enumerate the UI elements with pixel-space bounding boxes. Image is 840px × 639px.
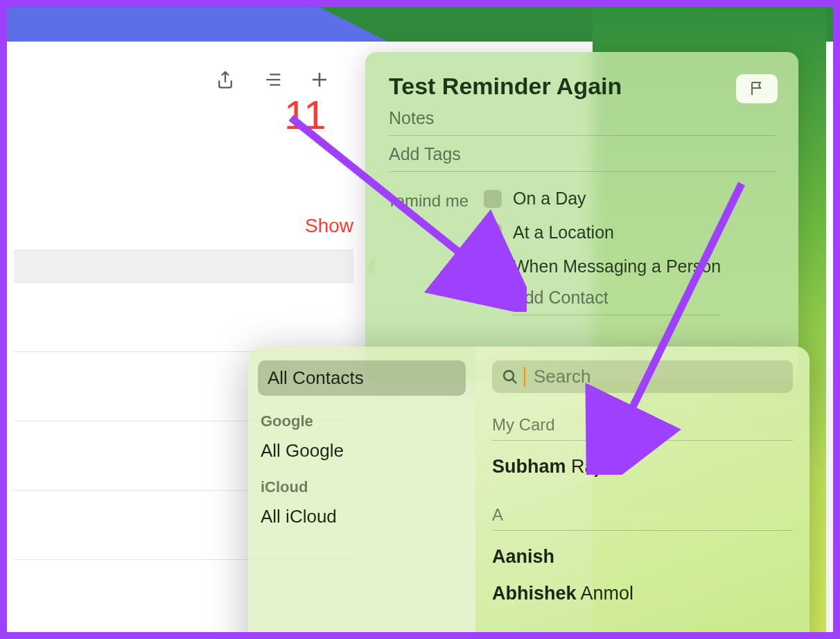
reminder-edit-popover: Test Reminder Again Notes Add Tags remin… [365,52,798,381]
contact-row[interactable]: Abhishek Anmol [492,583,793,604]
contact-first-name: Aanish [492,546,554,567]
reminder-row[interactable] [14,283,353,352]
option-at-location-label: At a Location [513,222,614,243]
search-input[interactable] [534,366,783,387]
add-icon[interactable] [309,69,330,90]
contacts-search[interactable] [492,360,793,393]
annotation-step-number: 11 [284,91,324,138]
contact-my-card[interactable]: Subham Raj [492,456,793,478]
contacts-list-pane: My Card Subham Raj A Aanish Abhishek Anm… [475,347,810,639]
reminder-title[interactable]: Test Reminder Again [389,73,775,100]
reminder-row-selected[interactable] [14,250,353,283]
checkbox-unchecked-icon [484,190,502,208]
show-completed-link[interactable]: Show [305,215,353,237]
svg-line-9 [512,379,516,383]
notes-field[interactable]: Notes [389,100,775,136]
toolbar [215,69,330,90]
checkbox-checked-icon [484,258,502,276]
sidebar-item-all-google[interactable]: All Google [258,440,466,462]
section-letter-a: A [492,505,793,531]
option-at-location[interactable]: At a Location [484,222,721,243]
contact-row[interactable]: Aanish [492,546,793,568]
contact-last-name: Raj [571,456,600,477]
add-contact-field[interactable]: Add Contact [513,288,721,315]
option-when-messaging[interactable]: When Messaging a Person [484,256,721,277]
sidebar-all-contacts[interactable]: All Contacts [258,360,466,396]
checkbox-unchecked-icon [484,224,502,242]
share-icon[interactable] [215,69,236,90]
contact-first-name: Abhishek [492,583,577,604]
search-icon [502,369,518,385]
flag-icon [749,80,765,97]
contact-last-name: Anmol [581,583,634,604]
tags-field[interactable]: Add Tags [389,136,775,172]
list-view-icon[interactable] [262,69,283,90]
text-cursor [524,367,525,387]
svg-point-8 [504,371,514,380]
contacts-sidebar: All Contacts Google All Google iCloud Al… [248,347,475,639]
reminders-window: Show Test Reminder Again Notes Add Tags … [7,42,833,632]
option-on-a-day[interactable]: On a Day [484,189,721,209]
contact-first-name: Subham [492,456,566,477]
option-when-messaging-label: When Messaging a Person [513,256,721,277]
sidebar-item-all-icloud[interactable]: All iCloud [258,506,466,527]
section-my-card: My Card [492,415,793,441]
contacts-picker-popover: All Contacts Google All Google iCloud Al… [248,347,810,639]
flag-button[interactable] [736,74,778,103]
option-on-a-day-label: On a Day [513,189,586,209]
sidebar-group-google-label: Google [258,412,466,430]
sidebar-group-icloud-label: iCloud [258,478,466,496]
remind-me-label: remind me [389,189,469,315]
